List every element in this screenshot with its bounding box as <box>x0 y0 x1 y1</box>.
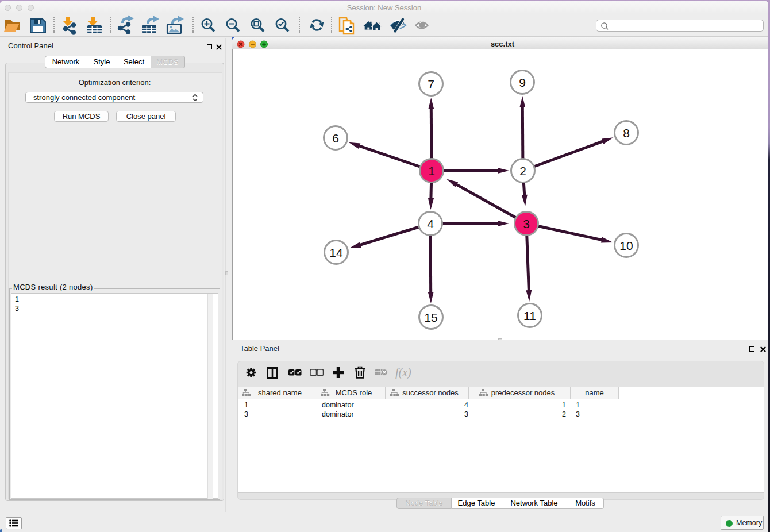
svg-text:10: 10 <box>619 239 633 252</box>
svg-text:9: 9 <box>519 76 526 89</box>
svg-text:6: 6 <box>332 132 339 145</box>
svg-text:2: 2 <box>519 164 526 178</box>
svg-text:11: 11 <box>523 309 536 322</box>
svg-text:7: 7 <box>428 78 434 91</box>
svg-text:15: 15 <box>424 311 437 324</box>
svg-text:1: 1 <box>428 164 435 178</box>
svg-text:14: 14 <box>329 246 343 259</box>
svg-text:8: 8 <box>623 126 630 140</box>
svg-text:3: 3 <box>523 217 530 230</box>
svg-text:4: 4 <box>427 217 434 230</box>
svg-text:f(x): f(x) <box>395 366 411 379</box>
